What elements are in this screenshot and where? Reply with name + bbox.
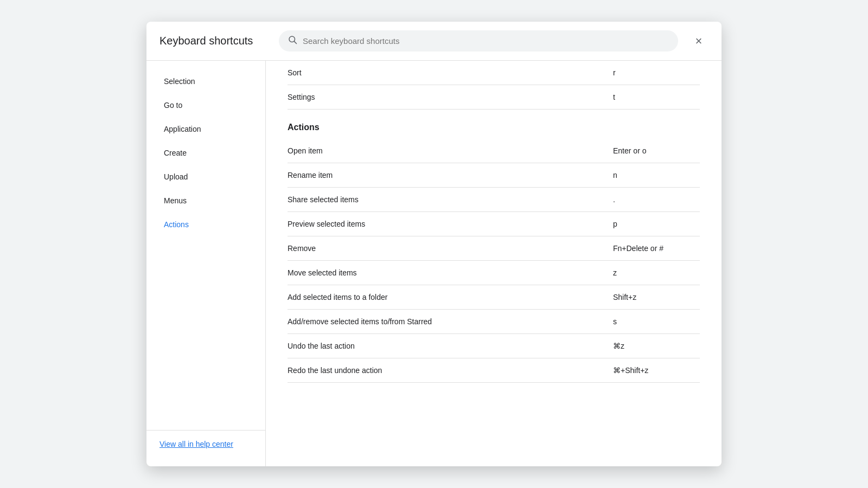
keyboard-shortcuts-dialog: Keyboard shortcuts × Selection Go to App… <box>146 22 722 466</box>
shortcut-name: Preview selected items <box>288 220 613 228</box>
shortcut-row: Rename item n <box>288 163 700 188</box>
shortcut-name: Rename item <box>288 171 613 179</box>
sidebar-item-upload[interactable]: Upload <box>146 165 265 189</box>
shortcut-key: Shift+z <box>613 293 700 301</box>
shortcut-key: Fn+Delete or # <box>613 244 700 253</box>
sidebar-item-application[interactable]: Application <box>146 117 265 141</box>
shortcut-name: Move selected items <box>288 268 613 277</box>
shortcut-name: Redo the last undone action <box>288 366 613 375</box>
shortcut-row: Settings t <box>288 85 700 110</box>
dialog-header: Keyboard shortcuts × <box>146 22 722 61</box>
shortcut-row: Sort r <box>288 61 700 85</box>
main-content: Sort r Settings t Actions Open item Ente… <box>266 61 722 466</box>
shortcut-row: Move selected items z <box>288 261 700 285</box>
shortcut-row: Open item Enter or o <box>288 139 700 163</box>
search-bar <box>279 30 678 52</box>
sidebar-item-goto[interactable]: Go to <box>146 93 265 117</box>
shortcut-key: n <box>613 171 700 179</box>
sidebar: Selection Go to Application Create Uploa… <box>146 61 266 466</box>
shortcut-name: Add selected items to a folder <box>288 293 613 301</box>
shortcut-key: s <box>613 317 700 326</box>
shortcut-row: Undo the last action ⌘z <box>288 334 700 358</box>
search-icon <box>288 35 297 47</box>
shortcut-key: r <box>613 68 700 77</box>
shortcut-name: Remove <box>288 244 613 253</box>
shortcut-row: Add/remove selected items to/from Starre… <box>288 310 700 334</box>
shortcut-key: t <box>613 93 700 101</box>
sidebar-item-actions[interactable]: Actions <box>146 213 265 236</box>
sidebar-nav: Selection Go to Application Create Uploa… <box>146 69 265 236</box>
shortcut-name: Settings <box>288 93 613 101</box>
dialog-body: Selection Go to Application Create Uploa… <box>146 61 722 466</box>
shortcut-name: Add/remove selected items to/from Starre… <box>288 317 613 326</box>
sidebar-item-create[interactable]: Create <box>146 141 265 165</box>
section-header: Actions <box>288 110 700 139</box>
svg-line-1 <box>294 41 296 43</box>
shortcut-row: Preview selected items p <box>288 212 700 236</box>
sidebar-item-menus[interactable]: Menus <box>146 189 265 213</box>
shortcut-key: ⌘+Shift+z <box>613 366 700 375</box>
shortcut-row: Share selected items . <box>288 188 700 212</box>
shortcut-name: Sort <box>288 68 613 77</box>
shortcut-row: Redo the last undone action ⌘+Shift+z <box>288 358 700 383</box>
shortcut-name: Share selected items <box>288 195 613 204</box>
shortcut-key: ⌘z <box>613 342 700 350</box>
sidebar-item-selection[interactable]: Selection <box>146 69 265 93</box>
close-icon: × <box>695 34 703 48</box>
shortcut-key: Enter or o <box>613 146 700 155</box>
actions-section: Actions Open item Enter or o Rename item… <box>288 110 700 383</box>
help-center-link[interactable]: View all in help center <box>159 440 233 448</box>
shortcut-key: p <box>613 220 700 228</box>
shortcut-key: z <box>613 268 700 277</box>
shortcut-key: . <box>613 195 700 204</box>
shortcut-row: Add selected items to a folder Shift+z <box>288 285 700 310</box>
shortcut-name: Open item <box>288 146 613 155</box>
shortcut-row: Remove Fn+Delete or # <box>288 236 700 261</box>
search-input[interactable] <box>303 36 669 46</box>
shortcut-name: Undo the last action <box>288 342 613 350</box>
sidebar-footer: View all in help center <box>146 430 265 458</box>
top-shortcuts: Sort r Settings t <box>288 61 700 110</box>
dialog-title: Keyboard shortcuts <box>159 35 268 47</box>
close-button[interactable]: × <box>689 31 709 51</box>
